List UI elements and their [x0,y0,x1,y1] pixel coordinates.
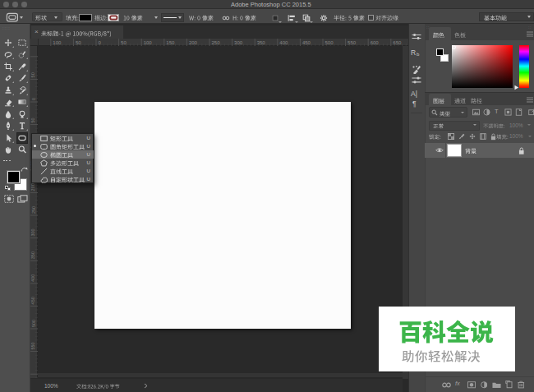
svg-text:550: 550 [348,40,357,45]
svg-text:50: 50 [76,40,81,45]
svg-text:250: 250 [31,206,36,214]
svg-text:150: 150 [166,40,175,45]
svg-text:350: 350 [257,40,266,45]
svg-text:100: 100 [53,40,62,45]
svg-text:400: 400 [31,274,36,282]
svg-text:500: 500 [31,320,36,327]
svg-text:600: 600 [371,40,380,45]
svg-text:0: 0 [99,40,102,45]
svg-text:500: 500 [325,40,334,45]
svg-text:300: 300 [31,228,36,236]
svg-text:200: 200 [189,40,198,45]
svg-text:400: 400 [279,40,288,45]
svg-text:300: 300 [234,40,243,45]
svg-text:650: 650 [393,40,402,45]
svg-text:200: 200 [31,183,36,191]
svg-text:50: 50 [31,118,36,122]
svg-text:550: 550 [31,342,36,349]
svg-text:0: 0 [31,98,36,100]
svg-text:250: 250 [212,40,221,45]
svg-text:50: 50 [31,72,36,77]
svg-text:50: 50 [121,40,127,45]
svg-text:100: 100 [144,40,153,45]
svg-text:350: 350 [31,251,36,259]
svg-text:450: 450 [302,40,311,45]
svg-text:450: 450 [31,297,36,304]
